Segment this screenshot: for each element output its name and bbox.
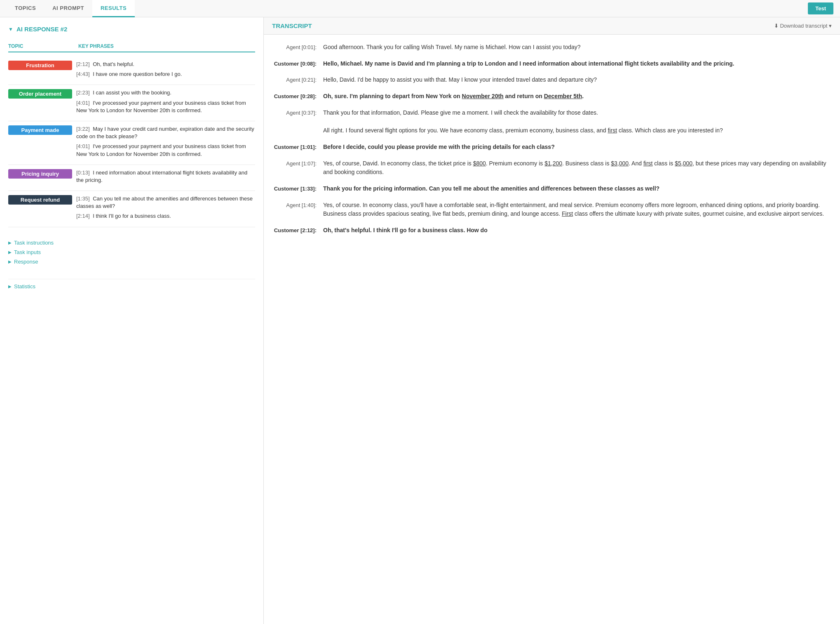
triangle-icon: ▶ <box>8 250 12 254</box>
transcript-text: Hello, Michael. My name is David and I'm… <box>323 59 830 68</box>
phrase-item: [3:22] May I have your credit card numbe… <box>76 125 255 140</box>
task-instructions-link[interactable]: ▶ Task instructions <box>8 240 255 246</box>
date-underline: November 20th <box>462 93 504 99</box>
transcript-text: Good afternoon. Thank you for calling Wi… <box>323 43 830 52</box>
transcript-body: Agent [0:01]: Good afternoon. Thank you … <box>264 35 840 251</box>
main-content: ▼ AI RESPONSE #2 TOPIC KEY PHRASES Frust… <box>0 17 840 624</box>
price-underline: $5,000 <box>675 160 692 167</box>
phrase-time: [3:22] <box>76 126 90 132</box>
speaker-label: Agent [0:01]: <box>274 43 323 52</box>
phrase-text: I've processed your payment and your bus… <box>76 143 246 157</box>
transcript-text: Yes, of course, David. In economy class,… <box>323 159 830 177</box>
transcript-entry: Customer [1:33]: Thank you for the prici… <box>274 184 830 193</box>
triangle-icon: ▶ <box>8 240 12 245</box>
speaker-label: Customer [0:08]: <box>274 59 323 68</box>
topic-badge-order: Order placement <box>8 89 72 99</box>
phrase-item: [2:23] I can assist you with the booking… <box>76 89 255 97</box>
ai-response-header: ▼ AI RESPONSE #2 <box>8 26 255 33</box>
transcript-entry: Customer [1:01]: Before I decide, could … <box>274 143 830 152</box>
speaker-label: Agent [1:07]: <box>274 159 323 177</box>
transcript-text: Thank you for that information, David. P… <box>323 108 830 135</box>
statistics-label: Statistics <box>14 283 35 290</box>
phrases-col: [3:22] May I have your credit card numbe… <box>72 125 255 160</box>
phrase-time: [4:01] <box>76 143 90 149</box>
transcript-text: Oh, that's helpful. I think I'll go for … <box>323 226 830 235</box>
table-row: Pricing inquiry [0:13] I need informatio… <box>8 165 255 191</box>
triangle-icon: ▶ <box>8 259 12 264</box>
phrase-time: [2:14] <box>76 213 90 219</box>
task-instructions-label: Task instructions <box>14 240 54 246</box>
phrases-col: [0:13] I need information about internat… <box>72 169 255 186</box>
statistics-link[interactable]: ▶ Statistics <box>8 283 255 290</box>
topic-badge-pricing: Pricing inquiry <box>8 169 72 179</box>
table-row: Frustration [2:12] Oh, that's helpful. [… <box>8 57 255 85</box>
phrase-text: Can you tell me about the amenities and … <box>76 195 253 209</box>
table-row: Request refund [1:35] Can you tell me ab… <box>8 191 255 227</box>
phrase-text: I can assist you with the booking. <box>93 89 171 96</box>
transcript-entry: Customer [0:28]: Oh, sure. I'm planning … <box>274 92 830 101</box>
phrase-text: I've processed your payment and your bus… <box>76 100 246 113</box>
collapse-arrow-icon[interactable]: ▼ <box>8 26 13 32</box>
tab-results[interactable]: RESULTS <box>92 0 135 17</box>
speaker-label: Customer [1:33]: <box>274 184 323 193</box>
triangle-icon: ▶ <box>8 284 12 289</box>
table-row: Payment made [3:22] May I have your cred… <box>8 121 255 165</box>
task-inputs-link[interactable]: ▶ Task inputs <box>8 249 255 255</box>
phrase-time: [0:13] <box>76 170 90 176</box>
phrase-text: May I have your credit card number, expi… <box>76 126 254 139</box>
table-header: TOPIC KEY PHRASES <box>8 41 255 52</box>
transcript-text: Hello, David. I'd be happy to assist you… <box>323 75 830 85</box>
transcript-entry: Customer [2:12]: Oh, that's helpful. I t… <box>274 226 830 235</box>
task-inputs-label: Task inputs <box>14 249 41 255</box>
transcript-entry: Agent [1:40]: Yes, of course. In economy… <box>274 201 830 219</box>
header-phrases: KEY PHRASES <box>78 43 255 49</box>
speaker-label: Customer [2:12]: <box>274 226 323 235</box>
date-underline: December 5th <box>544 93 582 99</box>
topic-badge-refund: Request refund <box>8 195 72 205</box>
top-nav: TOPICS AI PROMPT RESULTS Test <box>0 0 840 17</box>
phrase-item: [2:12] Oh, that's helpful. <box>76 61 255 68</box>
topic-badge-frustration: Frustration <box>8 61 72 70</box>
price-underline: $1,200 <box>544 160 562 167</box>
phrase-time: [2:12] <box>76 61 90 67</box>
response-link[interactable]: ▶ Response <box>8 259 255 265</box>
transcript-entry: Agent [0:01]: Good afternoon. Thank you … <box>274 43 830 52</box>
class-underline: First <box>562 210 573 217</box>
response-label: Response <box>14 259 38 265</box>
speaker-label: Agent [0:37]: <box>274 108 323 135</box>
transcript-entry: Customer [0:08]: Hello, Michael. My name… <box>274 59 830 68</box>
phrase-time: [4:01] <box>76 100 90 106</box>
download-transcript-link[interactable]: ⬇ Download transcript ▾ <box>774 23 832 29</box>
test-button[interactable]: Test <box>808 2 833 14</box>
footer-links: ▶ Task instructions ▶ Task inputs ▶ Resp… <box>8 235 255 272</box>
phrase-text: I have one more question before I go. <box>93 71 182 77</box>
phrase-item: [4:01] I've processed your payment and y… <box>76 99 255 114</box>
price-underline: $800 <box>473 160 486 167</box>
phrase-text: I think I'll go for a business class. <box>93 213 171 219</box>
right-panel: TRANSCRIPT ⬇ Download transcript ▾ Agent… <box>264 17 840 624</box>
left-panel: ▼ AI RESPONSE #2 TOPIC KEY PHRASES Frust… <box>0 17 264 624</box>
transcript-entry: Agent [0:21]: Hello, David. I'd be happy… <box>274 75 830 85</box>
phrase-item: [4:01] I've processed your payment and y… <box>76 143 255 158</box>
ai-response-title: AI RESPONSE #2 <box>16 26 67 33</box>
transcript-entry: Agent [1:07]: Yes, of course, David. In … <box>274 159 830 177</box>
speaker-label: Agent [0:21]: <box>274 75 323 85</box>
phrase-item: [2:14] I think I'll go for a business cl… <box>76 212 255 220</box>
class-underline: first <box>608 127 617 134</box>
phrase-item: [0:13] I need information about internat… <box>76 169 255 184</box>
price-underline: $3,000 <box>611 160 629 167</box>
tab-ai-prompt[interactable]: AI PROMPT <box>44 0 92 17</box>
statistics-section: ▶ Statistics <box>8 279 255 290</box>
class-underline: first <box>643 160 653 167</box>
phrase-time: [4:43] <box>76 71 90 77</box>
phrase-item: [1:35] Can you tell me about the ameniti… <box>76 195 255 210</box>
transcript-entry: Agent [0:37]: Thank you for that informa… <box>274 108 830 135</box>
phrase-time: [2:23] <box>76 89 90 96</box>
speaker-label: Agent [1:40]: <box>274 201 323 219</box>
phrase-item: [4:43] I have one more question before I… <box>76 71 255 78</box>
speaker-label: Customer [1:01]: <box>274 143 323 152</box>
transcript-text: Yes, of course. In economy class, you'll… <box>323 201 830 219</box>
transcript-text: Before I decide, could you please provid… <box>323 143 830 152</box>
phrases-col: [1:35] Can you tell me about the ameniti… <box>72 195 255 223</box>
tab-topics[interactable]: TOPICS <box>7 0 44 17</box>
